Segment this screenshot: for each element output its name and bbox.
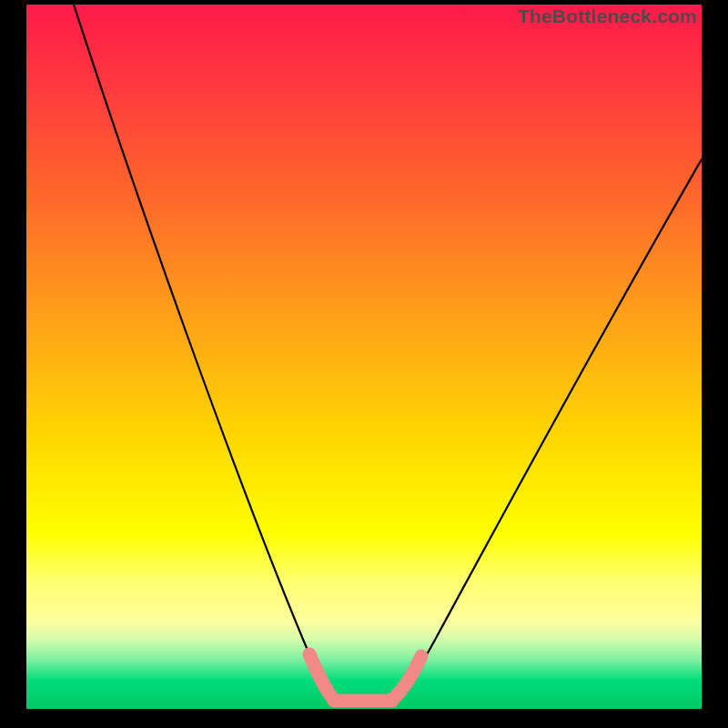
gradient-plot-area	[26, 5, 702, 709]
watermark-text: TheBottleneck.com	[518, 5, 697, 27]
